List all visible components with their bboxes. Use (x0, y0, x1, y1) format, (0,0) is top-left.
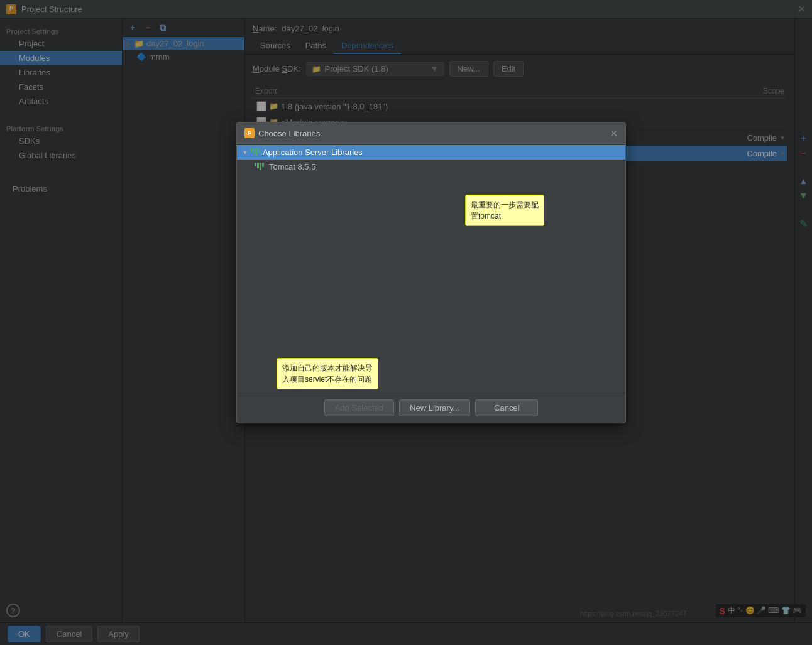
modal-footer: Add Selected New Library... Cancel (237, 393, 625, 423)
modal-body: ▼ Application Server Libraries Tomcat (237, 145, 625, 393)
group-expand-arrow-icon: ▼ (242, 149, 248, 156)
modal-icon: P (244, 128, 255, 138)
server-libraries-icon (251, 148, 260, 156)
choose-libraries-dialog: P Choose Libraries ✕ ▼ Application Serve… (236, 122, 626, 423)
library-item-tomcat[interactable]: Tomcat 8.5.5 (237, 160, 625, 174)
modal-overlay: P Choose Libraries ✕ ▼ Application Serve… (0, 0, 812, 645)
add-selected-button[interactable]: Add Selected (324, 399, 394, 416)
group-label: Application Server Libraries (263, 148, 363, 157)
modal-title-bar: P Choose Libraries ✕ (237, 122, 625, 145)
tomcat-label: Tomcat 8.5.5 (269, 162, 315, 171)
library-group-header[interactable]: ▼ Application Server Libraries (237, 145, 625, 160)
new-library-button[interactable]: New Library... (399, 399, 470, 416)
tomcat-icon (255, 163, 264, 170)
modal-title: P Choose Libraries (244, 128, 320, 138)
modal-close-button[interactable]: ✕ (610, 127, 618, 139)
modal-cancel-button[interactable]: Cancel (475, 399, 538, 416)
